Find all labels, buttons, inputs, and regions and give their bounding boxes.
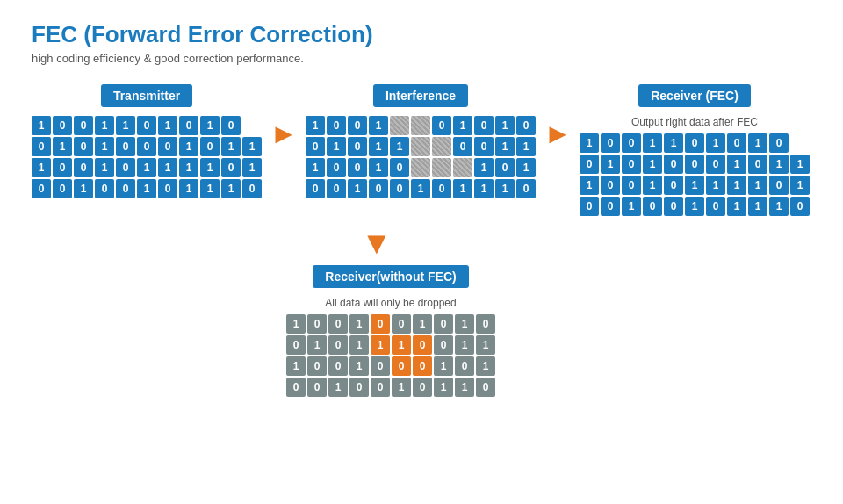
bit-noise [411,158,430,177]
bit: 1 [349,335,369,355]
bit: 1 [434,378,453,397]
bit: 0 [32,179,51,198]
bit: 0 [664,197,683,216]
bit: 1 [748,197,767,216]
bit: 0 [242,179,262,198]
bit: 1 [685,176,704,195]
bit: 0 [392,314,411,334]
bit: 1 [242,137,262,156]
bit: 0 [685,155,704,174]
bit: 1 [179,137,198,156]
bit: 0 [348,158,367,177]
bit: 0 [769,176,789,195]
bit: 0 [495,158,515,177]
bit: 0 [748,155,767,174]
bit: 1 [369,116,388,135]
bit: 1 [137,158,156,177]
bit: 0 [53,158,72,177]
bit-noise [432,137,451,156]
receiver-no-fec-header: Receiver(without FEC) [313,265,468,288]
bit-noise [411,137,430,156]
bit: 1 [348,179,367,198]
bit: 0 [413,378,432,397]
receiver-no-fec-block: Receiver(without FEC) All data will only… [286,265,495,397]
bit: 0 [390,179,409,198]
bit: 1 [516,137,536,156]
bit: 0 [95,179,114,198]
bit: 0 [53,179,72,198]
arrow-down: ▼ [361,225,393,262]
bit: 1 [179,179,198,198]
bit: 1 [200,179,220,198]
bit: 1 [516,158,536,177]
bit: 0 [706,197,725,216]
bit: 1 [32,158,51,177]
bit: 1 [392,378,411,397]
bit: 0 [434,314,453,334]
bit: 1 [200,158,220,177]
bit: 0 [685,133,704,153]
bit: 0 [286,378,306,397]
bit: 1 [453,116,472,135]
bit: 1 [327,137,346,156]
bit: 1 [664,133,683,153]
bit: 0 [474,137,494,156]
bit: 0 [327,116,346,135]
bit: 1 [706,176,725,195]
bit: 1 [306,116,325,135]
bit: 0 [432,116,451,135]
bit: 0 [580,155,599,174]
bit: 0 [286,335,306,355]
bit: 0 [371,356,390,376]
bit: 1 [349,314,369,334]
bit: 0 [327,179,346,198]
bit: 0 [158,179,177,198]
bit: 0 [307,356,327,376]
bit: 1 [95,116,114,135]
bit: 0 [327,158,346,177]
bit: 0 [601,176,620,195]
bit: 1 [727,176,746,195]
bit: 1 [727,155,746,174]
bit-error: 0 [371,314,390,334]
bit: 0 [790,197,810,216]
bit: 0 [116,158,135,177]
bit: 1 [95,158,114,177]
bit: 1 [685,197,704,216]
page-title: FEC (Forward Error Correction) [32,21,811,48]
interference-block: Interference 1 0 0 1 0 1 0 1 0 0 1 0 [306,84,536,198]
bit: 0 [476,314,495,334]
bit: 1 [411,179,430,198]
bit: 1 [790,176,810,195]
subtitle: high coding efficiency & good correction… [32,52,811,65]
bit: 0 [516,116,536,135]
receiver-no-fec-grid: 1 0 0 1 0 0 1 0 1 0 0 1 0 1 1 1 0 0 [286,314,495,397]
bit: 0 [476,378,495,397]
bit: 0 [390,158,409,177]
bit: 0 [769,133,789,153]
bit: 0 [455,356,474,376]
bit: 1 [706,133,725,153]
transmitter-header: Transmitter [101,84,192,107]
bit: 0 [221,158,241,177]
bit: 0 [516,179,536,198]
bit: 0 [349,378,369,397]
bit: 0 [221,116,241,135]
interference-header: Interference [373,84,468,107]
bit: 1 [116,116,135,135]
bit: 0 [453,137,472,156]
bit: 1 [286,356,306,376]
bit: 1 [413,314,432,334]
bit: 1 [476,335,495,355]
bit: 0 [601,197,620,216]
transmitter-grid: 1 0 0 1 1 0 1 0 1 0 0 1 0 1 0 0 0 1 [32,116,262,198]
bit: 0 [664,176,683,195]
bit: 1 [495,179,515,198]
bit: 1 [643,176,662,195]
arrow-right-2: ► [536,118,580,150]
bit: 1 [74,179,93,198]
bit: 0 [622,155,641,174]
bit: 1 [137,179,156,198]
bit: 0 [601,133,620,153]
bit: 1 [643,155,662,174]
